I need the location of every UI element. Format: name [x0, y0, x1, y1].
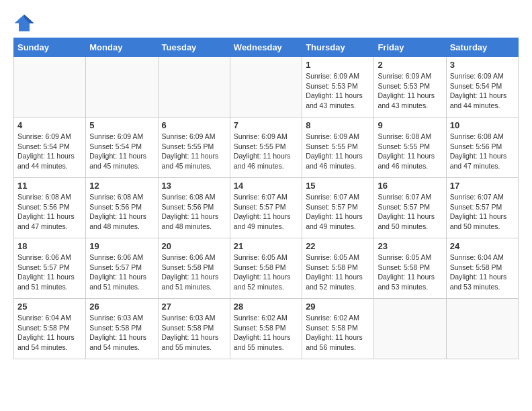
- calendar-cell: 12Sunrise: 6:08 AMSunset: 5:56 PMDayligh…: [86, 178, 158, 238]
- day-number: 14: [234, 181, 298, 191]
- day-number: 16: [378, 181, 442, 191]
- day-info: Sunrise: 6:08 AMSunset: 5:56 PMDaylight:…: [17, 192, 82, 232]
- day-number: 25: [17, 302, 82, 312]
- day-info: Sunrise: 6:09 AMSunset: 5:55 PMDaylight:…: [162, 132, 226, 171]
- day-number: 18: [17, 241, 82, 251]
- day-number: 5: [89, 120, 154, 130]
- day-number: 15: [306, 181, 370, 191]
- day-info: Sunrise: 6:09 AMSunset: 5:54 PMDaylight:…: [89, 132, 154, 171]
- day-info: Sunrise: 6:06 AMSunset: 5:58 PMDaylight:…: [162, 253, 226, 292]
- calendar-cell: 11Sunrise: 6:08 AMSunset: 5:56 PMDayligh…: [14, 178, 86, 238]
- calendar-week-row: 18Sunrise: 6:06 AMSunset: 5:57 PMDayligh…: [14, 238, 519, 299]
- day-info: Sunrise: 6:08 AMSunset: 5:56 PMDaylight:…: [450, 132, 515, 171]
- calendar-cell: 25Sunrise: 6:04 AMSunset: 5:58 PMDayligh…: [14, 299, 86, 359]
- calendar-cell: [230, 57, 302, 118]
- day-number: 27: [162, 302, 226, 312]
- day-info: Sunrise: 6:09 AMSunset: 5:54 PMDaylight:…: [450, 71, 515, 111]
- day-info: Sunrise: 6:07 AMSunset: 5:57 PMDaylight:…: [234, 192, 298, 232]
- day-number: 12: [89, 181, 154, 191]
- calendar-cell: 1Sunrise: 6:09 AMSunset: 5:53 PMDaylight…: [302, 57, 374, 118]
- column-header-tuesday: Tuesday: [158, 38, 230, 57]
- day-info: Sunrise: 6:09 AMSunset: 5:55 PMDaylight:…: [234, 132, 298, 171]
- calendar-cell: 3Sunrise: 6:09 AMSunset: 5:54 PMDaylight…: [446, 57, 518, 118]
- calendar-table: SundayMondayTuesdayWednesdayThursdayFrid…: [13, 38, 519, 359]
- calendar-cell: 26Sunrise: 6:03 AMSunset: 5:58 PMDayligh…: [86, 299, 158, 359]
- day-number: 24: [450, 241, 515, 251]
- calendar-cell: 10Sunrise: 6:08 AMSunset: 5:56 PMDayligh…: [446, 118, 518, 178]
- day-info: Sunrise: 6:06 AMSunset: 5:57 PMDaylight:…: [17, 253, 82, 292]
- day-info: Sunrise: 6:05 AMSunset: 5:58 PMDaylight:…: [234, 253, 298, 292]
- day-info: Sunrise: 6:09 AMSunset: 5:53 PMDaylight:…: [378, 71, 442, 111]
- day-number: 28: [234, 302, 298, 312]
- day-number: 10: [450, 120, 515, 130]
- day-info: Sunrise: 6:04 AMSunset: 5:58 PMDaylight:…: [17, 313, 82, 353]
- day-info: Sunrise: 6:09 AMSunset: 5:53 PMDaylight:…: [306, 71, 370, 111]
- calendar-cell: 2Sunrise: 6:09 AMSunset: 5:53 PMDaylight…: [374, 57, 446, 118]
- column-header-thursday: Thursday: [302, 38, 374, 57]
- day-info: Sunrise: 6:07 AMSunset: 5:57 PMDaylight:…: [450, 192, 515, 232]
- calendar-cell: 14Sunrise: 6:07 AMSunset: 5:57 PMDayligh…: [230, 178, 302, 238]
- day-number: 29: [306, 302, 370, 312]
- calendar-cell: 15Sunrise: 6:07 AMSunset: 5:57 PMDayligh…: [302, 178, 374, 238]
- calendar-cell: [446, 299, 518, 359]
- day-info: Sunrise: 6:07 AMSunset: 5:57 PMDaylight:…: [378, 192, 442, 232]
- calendar-cell: 20Sunrise: 6:06 AMSunset: 5:58 PMDayligh…: [158, 238, 230, 299]
- column-header-wednesday: Wednesday: [230, 38, 302, 57]
- day-number: 26: [89, 302, 154, 312]
- calendar-cell: 9Sunrise: 6:08 AMSunset: 5:55 PMDaylight…: [374, 118, 446, 178]
- logo-icon: [13, 13, 35, 32]
- calendar-cell: 29Sunrise: 6:02 AMSunset: 5:58 PMDayligh…: [302, 299, 374, 359]
- day-number: 9: [378, 120, 442, 130]
- column-header-sunday: Sunday: [14, 38, 86, 57]
- calendar-cell: 16Sunrise: 6:07 AMSunset: 5:57 PMDayligh…: [374, 178, 446, 238]
- calendar-cell: 13Sunrise: 6:08 AMSunset: 5:56 PMDayligh…: [158, 178, 230, 238]
- calendar-cell: [158, 57, 230, 118]
- day-number: 11: [17, 181, 82, 191]
- day-number: 22: [306, 241, 370, 251]
- calendar-cell: 6Sunrise: 6:09 AMSunset: 5:55 PMDaylight…: [158, 118, 230, 178]
- day-number: 13: [162, 181, 226, 191]
- calendar-week-row: 1Sunrise: 6:09 AMSunset: 5:53 PMDaylight…: [14, 57, 519, 118]
- logo: [13, 13, 38, 32]
- day-number: 2: [378, 60, 442, 70]
- calendar-cell: 28Sunrise: 6:02 AMSunset: 5:58 PMDayligh…: [230, 299, 302, 359]
- calendar-cell: 7Sunrise: 6:09 AMSunset: 5:55 PMDaylight…: [230, 118, 302, 178]
- calendar-cell: 4Sunrise: 6:09 AMSunset: 5:54 PMDaylight…: [14, 118, 86, 178]
- calendar-header-row: SundayMondayTuesdayWednesdayThursdayFrid…: [14, 38, 519, 57]
- day-info: Sunrise: 6:09 AMSunset: 5:54 PMDaylight:…: [17, 132, 82, 171]
- calendar-cell: 24Sunrise: 6:04 AMSunset: 5:58 PMDayligh…: [446, 238, 518, 299]
- calendar-week-row: 4Sunrise: 6:09 AMSunset: 5:54 PMDaylight…: [14, 118, 519, 178]
- calendar-cell: 19Sunrise: 6:06 AMSunset: 5:57 PMDayligh…: [86, 238, 158, 299]
- calendar-cell: 27Sunrise: 6:03 AMSunset: 5:58 PMDayligh…: [158, 299, 230, 359]
- column-header-monday: Monday: [86, 38, 158, 57]
- day-number: 19: [89, 241, 154, 251]
- day-number: 21: [234, 241, 298, 251]
- day-info: Sunrise: 6:03 AMSunset: 5:58 PMDaylight:…: [89, 313, 154, 353]
- day-number: 20: [162, 241, 226, 251]
- day-number: 6: [162, 120, 226, 130]
- calendar-cell: 18Sunrise: 6:06 AMSunset: 5:57 PMDayligh…: [14, 238, 86, 299]
- column-header-friday: Friday: [374, 38, 446, 57]
- day-info: Sunrise: 6:04 AMSunset: 5:58 PMDaylight:…: [450, 253, 515, 292]
- day-info: Sunrise: 6:06 AMSunset: 5:57 PMDaylight:…: [89, 253, 154, 292]
- day-number: 17: [450, 181, 515, 191]
- day-info: Sunrise: 6:03 AMSunset: 5:58 PMDaylight:…: [162, 313, 226, 353]
- calendar-cell: 17Sunrise: 6:07 AMSunset: 5:57 PMDayligh…: [446, 178, 518, 238]
- day-info: Sunrise: 6:02 AMSunset: 5:58 PMDaylight:…: [234, 313, 298, 353]
- day-info: Sunrise: 6:08 AMSunset: 5:56 PMDaylight:…: [89, 192, 154, 232]
- day-info: Sunrise: 6:09 AMSunset: 5:55 PMDaylight:…: [306, 132, 370, 171]
- calendar-cell: 5Sunrise: 6:09 AMSunset: 5:54 PMDaylight…: [86, 118, 158, 178]
- day-info: Sunrise: 6:05 AMSunset: 5:58 PMDaylight:…: [378, 253, 442, 292]
- calendar-cell: [14, 57, 86, 118]
- page-header: [13, 13, 519, 32]
- calendar-cell: [374, 299, 446, 359]
- day-info: Sunrise: 6:08 AMSunset: 5:56 PMDaylight:…: [162, 192, 226, 232]
- calendar-week-row: 11Sunrise: 6:08 AMSunset: 5:56 PMDayligh…: [14, 178, 519, 238]
- day-number: 3: [450, 60, 515, 70]
- calendar-cell: [86, 57, 158, 118]
- column-header-saturday: Saturday: [446, 38, 518, 57]
- calendar-week-row: 25Sunrise: 6:04 AMSunset: 5:58 PMDayligh…: [14, 299, 519, 359]
- calendar-cell: 23Sunrise: 6:05 AMSunset: 5:58 PMDayligh…: [374, 238, 446, 299]
- day-info: Sunrise: 6:05 AMSunset: 5:58 PMDaylight:…: [306, 253, 370, 292]
- day-info: Sunrise: 6:08 AMSunset: 5:55 PMDaylight:…: [378, 132, 442, 171]
